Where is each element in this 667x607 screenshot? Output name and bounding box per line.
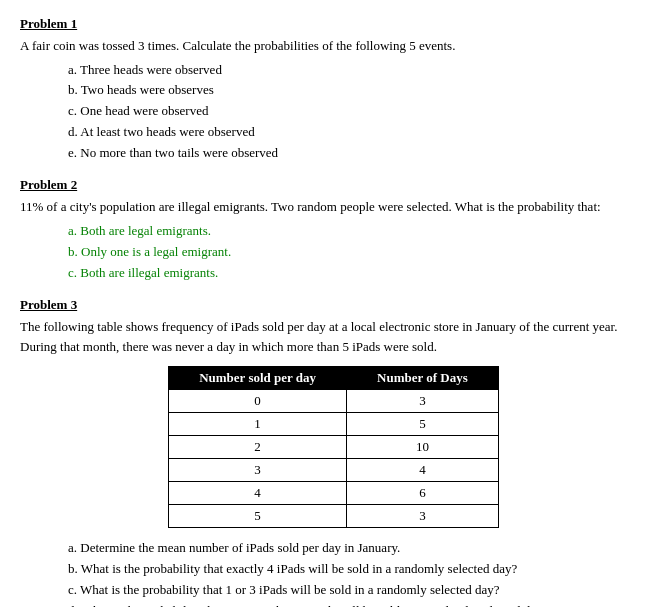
sold-per-day-cell: 2 bbox=[169, 436, 347, 459]
number-of-days-cell: 6 bbox=[347, 482, 499, 505]
item-label: d. bbox=[68, 603, 81, 607]
problem3-intro: The following table shows frequency of i… bbox=[20, 317, 647, 356]
item-text: Three heads were observed bbox=[80, 62, 222, 77]
item-text: At least two heads were observed bbox=[80, 124, 254, 139]
list-item: d. What is the probability that no more … bbox=[68, 601, 647, 607]
item-text: Both are legal emigrants. bbox=[80, 223, 211, 238]
table-row: 34 bbox=[169, 459, 499, 482]
table-row: 210 bbox=[169, 436, 499, 459]
sold-per-day-cell: 1 bbox=[169, 413, 347, 436]
problem1-intro: A fair coin was tossed 3 times. Calculat… bbox=[20, 36, 647, 56]
item-label: a. bbox=[68, 223, 80, 238]
number-of-days-cell: 3 bbox=[347, 390, 499, 413]
item-text: What is the probability that no more tha… bbox=[81, 603, 549, 607]
item-label: d. bbox=[68, 124, 80, 139]
list-item: b. What is the probability that exactly … bbox=[68, 559, 647, 580]
item-text: Two heads were observes bbox=[81, 82, 214, 97]
item-label: b. bbox=[68, 82, 81, 97]
problem2-intro: 11% of a city's population are illegal e… bbox=[20, 197, 647, 217]
list-item: a. Three heads were observed bbox=[68, 60, 647, 81]
item-text: Only one is a legal emigrant. bbox=[81, 244, 231, 259]
item-text: Both are illegal emigrants. bbox=[80, 265, 218, 280]
item-label: b. bbox=[68, 561, 81, 576]
item-text: What is the probability that exactly 4 i… bbox=[81, 561, 517, 576]
number-of-days-cell: 3 bbox=[347, 505, 499, 528]
table-row: 03 bbox=[169, 390, 499, 413]
item-label: c. bbox=[68, 582, 80, 597]
item-label: c. bbox=[68, 103, 80, 118]
list-item: c. One head were observed bbox=[68, 101, 647, 122]
number-of-days-cell: 10 bbox=[347, 436, 499, 459]
list-item: c. Both are illegal emigrants. bbox=[68, 263, 647, 284]
problem2-title: Problem 2 bbox=[20, 177, 647, 193]
col1-header: Number sold per day bbox=[169, 367, 347, 390]
table-row: 46 bbox=[169, 482, 499, 505]
problem1-list: a. Three heads were observed b. Two head… bbox=[44, 60, 647, 164]
table-row: 15 bbox=[169, 413, 499, 436]
item-text: What is the probability that 1 or 3 iPad… bbox=[80, 582, 500, 597]
list-item: c. What is the probability that 1 or 3 i… bbox=[68, 580, 647, 601]
ipads-table: Number sold per day Number of Days 03152… bbox=[168, 366, 499, 528]
problem1-title: Problem 1 bbox=[20, 16, 647, 32]
list-item: e. No more than two tails were observed bbox=[68, 143, 647, 164]
item-label: c. bbox=[68, 265, 80, 280]
item-label: a. bbox=[68, 62, 80, 77]
list-item: a. Determine the mean number of iPads so… bbox=[68, 538, 647, 559]
col2-header: Number of Days bbox=[347, 367, 499, 390]
item-text: No more than two tails were observed bbox=[80, 145, 278, 160]
number-of-days-cell: 4 bbox=[347, 459, 499, 482]
problem3-list: a. Determine the mean number of iPads so… bbox=[44, 538, 647, 607]
list-item: b. Only one is a legal emigrant. bbox=[68, 242, 647, 263]
item-text: Determine the mean number of iPads sold … bbox=[80, 540, 400, 555]
item-label: a. bbox=[68, 540, 80, 555]
sold-per-day-cell: 5 bbox=[169, 505, 347, 528]
sold-per-day-cell: 0 bbox=[169, 390, 347, 413]
list-item: a. Both are legal emigrants. bbox=[68, 221, 647, 242]
table-row: 53 bbox=[169, 505, 499, 528]
sold-per-day-cell: 4 bbox=[169, 482, 347, 505]
list-item: d. At least two heads were observed bbox=[68, 122, 647, 143]
problem1-section: Problem 1 A fair coin was tossed 3 times… bbox=[20, 16, 647, 163]
sold-per-day-cell: 3 bbox=[169, 459, 347, 482]
number-of-days-cell: 5 bbox=[347, 413, 499, 436]
problem3-title: Problem 3 bbox=[20, 297, 647, 313]
problem2-section: Problem 2 11% of a city's population are… bbox=[20, 177, 647, 283]
item-label: e. bbox=[68, 145, 80, 160]
item-label: b. bbox=[68, 244, 81, 259]
problem2-list: a. Both are legal emigrants. b. Only one… bbox=[44, 221, 647, 283]
list-item: b. Two heads were observes bbox=[68, 80, 647, 101]
item-text: One head were observed bbox=[80, 103, 208, 118]
problem3-section: Problem 3 The following table shows freq… bbox=[20, 297, 647, 607]
